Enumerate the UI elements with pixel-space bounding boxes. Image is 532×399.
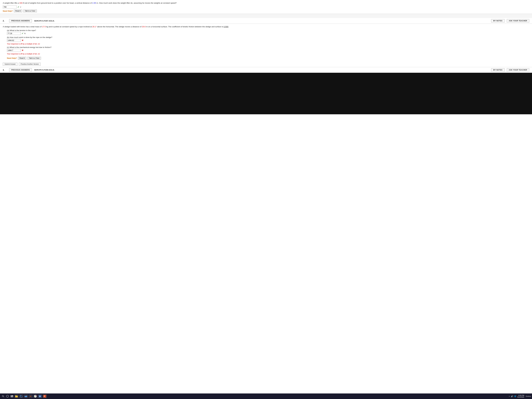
- q1-highlight-340: 340: [19, 2, 22, 4]
- q1-problem-text: A weight lifter lifts a 340-N set of wei…: [3, 2, 529, 4]
- q2-content: A sledge loaded with bricks has a total …: [0, 24, 532, 60]
- q2-part-a-label: (a) What is the tension in the rope?: [7, 29, 529, 32]
- q2-part-b-label: (b) How much work is done by the rope on…: [7, 36, 529, 38]
- q2-part-c-input[interactable]: [7, 49, 21, 52]
- q3-section-number: 3.: [3, 69, 6, 71]
- q2-section-header: 2. PREVIOUS ANSWERS SERCP9 5.P.007.SOLN.…: [0, 18, 532, 24]
- q2-need-help-row: Need Help? Read It Talk to a Tutor: [7, 57, 529, 60]
- q1-answer-row: 799 ✓ J: [3, 6, 529, 8]
- spacer-1: [0, 14, 532, 18]
- q1-check-mark: ✓: [18, 6, 19, 8]
- q2-part-c: (c) What is the mechanical energy lost d…: [7, 46, 529, 55]
- q2-highlight-friction: 0.500: [224, 26, 228, 28]
- q2-read-it-button[interactable]: Read It: [18, 57, 26, 60]
- q1-need-help-row: Need Help? Read It Talk to a Tutor: [3, 10, 529, 12]
- q2-part-c-label: (c) What is the mechanical energy lost d…: [7, 46, 529, 48]
- q2-problem-text: A sledge loaded with bricks has a total …: [3, 25, 529, 28]
- page-wrapper: A weight lifter lifts a 340-N set of wei…: [0, 0, 532, 114]
- q2-ask-teacher-button[interactable]: ASK YOUR TEACHER: [507, 19, 529, 22]
- q2-prev-answers-button[interactable]: PREVIOUS ANSWERS: [9, 19, 32, 22]
- q2-submit-button[interactable]: Submit Answer: [3, 63, 18, 66]
- q2-part-b-input[interactable]: [7, 39, 21, 42]
- q2-part-b-answer-row: ✕: [7, 39, 529, 42]
- q3-my-notes-button[interactable]: MY NOTES: [491, 68, 504, 72]
- q1-talk-tutor-button[interactable]: Talk to a Tutor: [23, 10, 37, 12]
- dark-lower-area: [0, 73, 532, 114]
- q2-highlight-distance: 20.6: [142, 26, 146, 28]
- q2-section-number: 2.: [3, 20, 6, 22]
- q2-highlight-mass: 17.5: [42, 26, 46, 28]
- q2-part-c-error: Your response is off by a multiple of te…: [7, 53, 529, 55]
- q2-part-b: (b) How much work is done by the rope on…: [7, 36, 529, 45]
- q2-part-c-answer-row: ✕: [7, 49, 529, 52]
- q2-my-notes-button[interactable]: MY NOTES: [491, 19, 504, 22]
- q1-highlight-235: 2.35: [92, 2, 96, 4]
- q1-need-help-label: Need Help?: [3, 10, 13, 12]
- q2-practice-button[interactable]: Practice Another Version: [19, 63, 41, 66]
- q2-section-id: SERCP9 5.P.007.SOLN.: [34, 20, 55, 22]
- q2-part-b-cross: ✕: [22, 39, 23, 42]
- q1-answer-input[interactable]: 799: [3, 6, 17, 8]
- q3-prev-answers-button[interactable]: PREVIOUS ANSWERS: [9, 68, 32, 72]
- q2-need-help-label: Need Help?: [7, 57, 17, 59]
- q2-part-c-cross: ✕: [22, 49, 23, 52]
- q2-part-a-checkmark: ✓: [22, 32, 23, 35]
- q2-bottom-buttons: Submit Answer Practice Another Version: [0, 62, 532, 67]
- q3-section-header: 3. PREVIOUS ANSWERS SERCP9 5.P.009.SOLN.…: [0, 67, 532, 73]
- q2-part-a-unit: N: [24, 32, 25, 34]
- q2-part-a: (a) What is the tension in the rope? ✓ N: [7, 29, 529, 35]
- q1-unit: J: [20, 6, 21, 8]
- q3-ask-teacher-button[interactable]: ASK YOUR TEACHER: [507, 68, 529, 72]
- q2-part-a-input[interactable]: [7, 32, 21, 35]
- q2-talk-tutor-button[interactable]: Talk to a Tutor: [27, 57, 41, 60]
- q2-part-a-answer-row: ✓ N: [7, 32, 529, 35]
- q2-highlight-angle: 20.1°: [92, 26, 97, 28]
- q1-read-it-button[interactable]: Read It: [14, 10, 22, 12]
- question-1-section: A weight lifter lifts a 340-N set of wei…: [0, 0, 532, 14]
- q3-section-id: SERCP9 5.P.009.SOLN.: [34, 69, 55, 71]
- q2-part-b-error: Your response is off by a multiple of te…: [7, 43, 529, 45]
